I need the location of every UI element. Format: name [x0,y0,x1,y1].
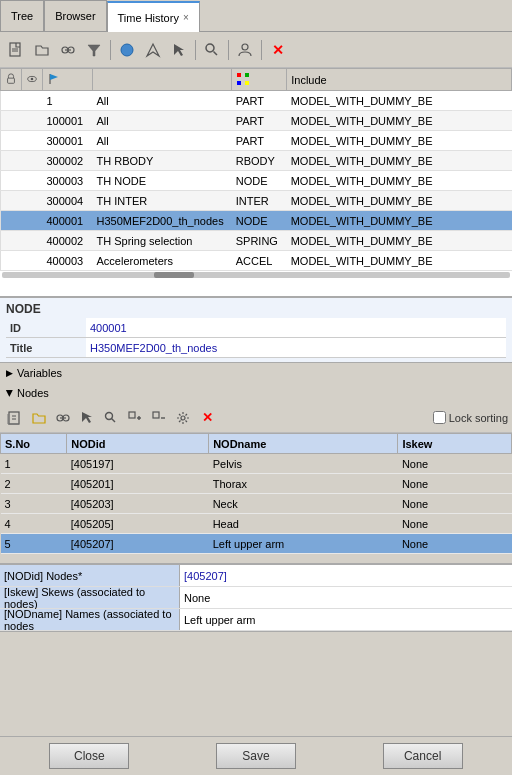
info-nodname-label: [NODname] Names (associated to nodes [0,609,180,630]
col-header-lock [1,69,22,91]
table-row[interactable]: 300002 TH RBODY RBODY MODEL_WITH_DUMMY_B… [1,151,512,171]
cell-icon1 [1,231,22,251]
cell-id: 400003 [43,251,93,271]
nodes-toolbar: ✕ Lock sorting [0,403,512,433]
nodes-section-header[interactable]: ▶ Nodes [0,383,512,403]
nodes-cell-sno: 4 [1,514,67,534]
svg-marker-6 [88,45,100,56]
table-row[interactable]: 100001 All PART MODEL_WITH_DUMMY_BE [1,111,512,131]
nodes-table-row[interactable]: 4 [405205] Head None [1,514,512,534]
save-button[interactable]: Save [216,743,296,769]
cell-type: NODE [232,171,287,191]
cell-id: 300002 [43,151,93,171]
svg-point-15 [31,77,34,80]
nodes-find-button[interactable] [100,407,122,429]
nodes-table-body: 1 [405197] Pelvis None 2 [405201] Thorax… [1,454,512,554]
table-row[interactable]: 300003 TH NODE NODE MODEL_WITH_DUMMY_BE [1,171,512,191]
table-header-row: Include [1,69,512,91]
horizontal-scrollbar[interactable] [2,272,510,278]
close-tab-icon[interactable]: × [183,12,189,23]
cell-icon1 [1,111,22,131]
lock-sort-checkbox[interactable] [433,411,446,424]
link-button[interactable] [56,38,80,62]
cell-icon2 [22,131,43,151]
cell-id: 300004 [43,191,93,211]
navigate-button[interactable] [141,38,165,62]
table-row[interactable]: 1 All PART MODEL_WITH_DUMMY_BE [1,91,512,111]
cell-include: MODEL_WITH_DUMMY_BE [287,111,512,131]
svg-rect-22 [9,412,19,424]
nodes-add-node-button[interactable] [124,407,146,429]
nodes-table-container[interactable]: S.No NODid NODname Iskew 1 [405197] Pelv… [0,433,512,563]
table-row[interactable]: 300001 All PART MODEL_WITH_DUMMY_BE [1,131,512,151]
nodes-settings-button[interactable] [172,407,194,429]
nodes-cell-nodid: [405197] [67,454,209,474]
cell-icon1 [1,171,22,191]
nodes-cell-nodid: [405205] [67,514,209,534]
main-table-container[interactable]: Include 1 All PART MODEL_WITH_DUMMY_BE 1… [0,68,512,298]
nodes-col-nodname: NODname [209,434,398,454]
variables-section-header[interactable]: ▶ Variables [0,363,512,383]
new-button[interactable] [4,38,28,62]
nodes-delete-button[interactable]: ✕ [196,407,218,429]
nodes-table-row[interactable]: 3 [405203] Neck None [1,494,512,514]
cancel-button[interactable]: Cancel [383,743,463,769]
nodes-table-row[interactable]: 2 [405201] Thorax None [1,474,512,494]
table-row[interactable]: 400002 TH Spring selection SPRING MODEL_… [1,231,512,251]
cell-id: 300001 [43,131,93,151]
svg-marker-17 [50,74,58,80]
cell-id: 1 [43,91,93,111]
cell-icon2 [22,151,43,171]
nodes-add-sheet-button[interactable] [4,407,26,429]
info-nodid-label: [NODid] Nodes* [0,565,180,586]
nodes-header-row: S.No NODid NODname Iskew [1,434,512,454]
cell-title: Accelerometers [93,251,232,271]
nodes-cell-nodname: Head [209,514,398,534]
main-table-body: 1 All PART MODEL_WITH_DUMMY_BE 100001 Al… [1,91,512,271]
info-row-nodname: [NODname] Names (associated to nodes Lef… [0,609,512,631]
svg-line-30 [112,418,116,422]
main-table: Include 1 All PART MODEL_WITH_DUMMY_BE 1… [0,68,512,271]
tab-time-history[interactable]: Time History × [107,1,200,32]
cell-icon2 [22,211,43,231]
nodes-table-row[interactable]: 5 [405207] Left upper arm None [1,534,512,554]
info-iskew-value: None [180,587,512,608]
detail-panel: NODE ID 400001 Title H350MEF2D00_th_node… [0,298,512,363]
table-row[interactable]: 400003 Accelerometers ACCEL MODEL_WITH_D… [1,251,512,271]
svg-point-36 [181,416,185,420]
svg-marker-8 [147,44,159,56]
table-row[interactable]: 400001 H350MEF2D00_th_nodes NODE MODEL_W… [1,211,512,231]
object-button[interactable] [115,38,139,62]
cell-title: TH INTER [93,191,232,211]
nodes-remove-node-button[interactable] [148,407,170,429]
cell-icon1 [1,251,22,271]
close-button[interactable]: Close [49,743,129,769]
nodes-cursor-button[interactable] [76,407,98,429]
find-button[interactable] [200,38,224,62]
table-row[interactable]: 300004 TH INTER INTER MODEL_WITH_DUMMY_B… [1,191,512,211]
nodes-cell-iskew: None [398,494,512,514]
lock-sort-label[interactable]: Lock sorting [449,412,508,424]
nodes-folder-button[interactable] [28,407,50,429]
nodes-cell-sno: 3 [1,494,67,514]
user-button[interactable] [233,38,257,62]
tab-browser[interactable]: Browser [44,0,106,31]
cell-id: 300003 [43,171,93,191]
nodes-cell-sno: 5 [1,534,67,554]
cell-icon1 [1,131,22,151]
nodes-link-button[interactable] [52,407,74,429]
info-row-nodid: [NODid] Nodes* [405207] [0,565,512,587]
nodes-table-row[interactable]: 1 [405197] Pelvis None [1,454,512,474]
select-cursor-button[interactable] [167,38,191,62]
delete-main-button[interactable]: ✕ [266,38,290,62]
svg-rect-34 [153,412,159,418]
cell-type: PART [232,131,287,151]
open-button[interactable] [30,38,54,62]
filter-button[interactable] [82,38,106,62]
tab-tree[interactable]: Tree [0,0,44,31]
col-header-eye [22,69,43,91]
cell-title: All [93,91,232,111]
cell-include: MODEL_WITH_DUMMY_BE [287,91,512,111]
nodes-cell-iskew: None [398,514,512,534]
nodes-cell-iskew: None [398,474,512,494]
